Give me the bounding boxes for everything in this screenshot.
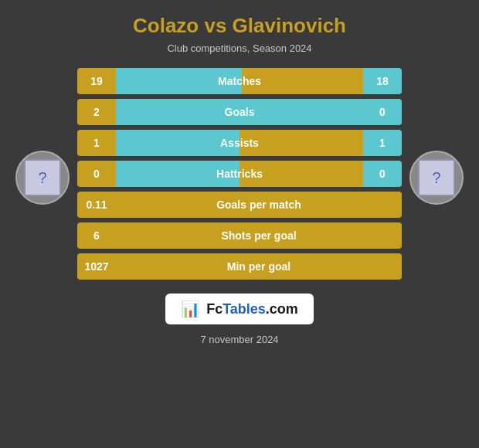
stat-row-matches: 19Matches18 xyxy=(77,68,402,94)
player-left-avatar: ? xyxy=(15,151,70,205)
date-label: 7 november 2024 xyxy=(200,334,278,353)
stat-label: Shots per goal xyxy=(116,229,402,242)
player-right-image: ? xyxy=(418,159,455,196)
stat-left-val: 2 xyxy=(77,99,116,125)
avatar-left: ? xyxy=(8,143,77,205)
stat-row-goals: 2Goals0 xyxy=(77,99,402,125)
main-content: ? 19Matches182Goals01Assists10Hattricks0… xyxy=(0,60,479,280)
player-left-image: ? xyxy=(24,159,61,196)
stat-right-val: 1 xyxy=(363,130,402,156)
stat-left-val: 0.11 xyxy=(77,192,116,218)
stat-bar-container: Hattricks xyxy=(116,161,363,187)
stat-bar-container: Matches xyxy=(116,68,363,94)
stat-bar-container: Min per goal xyxy=(116,253,402,280)
stat-right-val: 18 xyxy=(363,68,402,94)
stat-right-val: 0 xyxy=(363,161,402,187)
stat-label: Min per goal xyxy=(116,260,402,273)
logo-section: 📊 FcTables.com 7 november 2024 xyxy=(165,294,314,353)
stat-bar-container: Goals per match xyxy=(116,192,402,218)
stat-bar-container: Assists xyxy=(116,130,363,156)
stat-left-val: 1027 xyxy=(77,253,116,280)
stat-left-val: 19 xyxy=(77,68,116,94)
stats-container: 19Matches182Goals01Assists10Hattricks00.… xyxy=(77,68,402,280)
avatar-right: ? xyxy=(402,143,471,205)
player-right-avatar: ? xyxy=(409,151,464,205)
stat-label: Matches xyxy=(116,75,363,87)
stat-row-min-per-goal: 1027Min per goal xyxy=(77,253,402,280)
stat-bar-container: Shots per goal xyxy=(116,222,402,249)
logo-box: 📊 FcTables.com xyxy=(165,294,314,324)
header: Colazo vs Glavinovich Club competitions,… xyxy=(0,0,479,60)
stat-row-hattricks: 0Hattricks0 xyxy=(77,161,402,187)
stat-bar-container: Goals xyxy=(116,99,363,125)
stat-row-assists: 1Assists1 xyxy=(77,130,402,156)
logo-chart-icon: 📊 xyxy=(181,300,200,318)
stat-row-shots-per-goal: 6Shots per goal xyxy=(77,222,402,249)
stat-row-goals-per-match: 0.11Goals per match xyxy=(77,192,402,218)
stat-left-val: 6 xyxy=(77,222,116,249)
stat-right-val: 0 xyxy=(363,99,402,125)
stat-label: Assists xyxy=(116,137,363,149)
stat-label: Hattricks xyxy=(116,168,363,180)
stat-left-val: 0 xyxy=(77,161,116,187)
page-subtitle: Club competitions, Season 2024 xyxy=(15,42,464,54)
page-title: Colazo vs Glavinovich xyxy=(15,14,464,38)
stat-label: Goals xyxy=(116,106,363,118)
stat-left-val: 1 xyxy=(77,130,116,156)
logo-text: FcTables.com xyxy=(206,301,298,317)
stat-label: Goals per match xyxy=(116,199,402,211)
